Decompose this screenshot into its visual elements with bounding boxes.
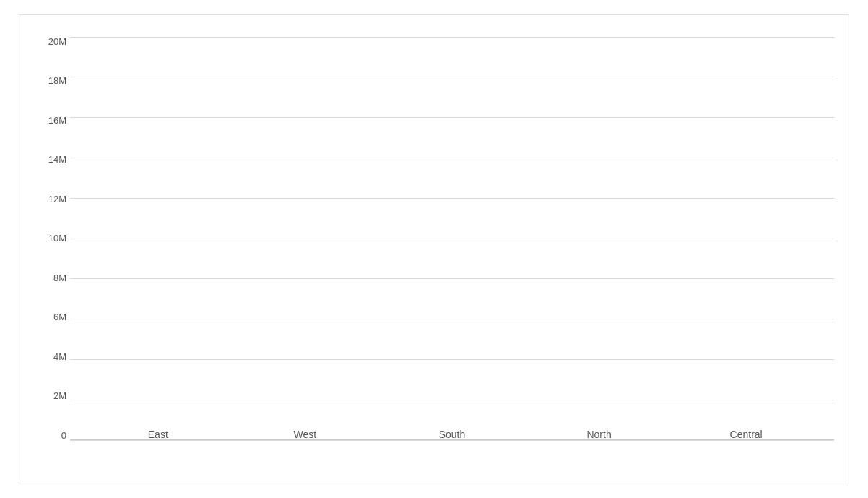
y-axis-label: 6M bbox=[23, 312, 66, 322]
y-axis-label: 10M bbox=[23, 233, 66, 243]
y-axis-label: 12M bbox=[23, 194, 66, 204]
y-axis-label: 2M bbox=[23, 391, 66, 400]
bar-label: South bbox=[439, 429, 466, 440]
y-axis-label: 20M bbox=[23, 37, 66, 46]
y-axis-label: 4M bbox=[23, 352, 66, 361]
y-axis-label: 18M bbox=[23, 76, 66, 85]
bar-label: East bbox=[148, 429, 168, 440]
bar-label: West bbox=[294, 429, 317, 440]
bar-group: South bbox=[378, 423, 526, 440]
bar-label: Central bbox=[730, 429, 763, 440]
bars-area: EastWestSouthNorthCentral bbox=[70, 37, 834, 440]
bar-group: East bbox=[84, 423, 232, 440]
chart-container: 20M18M16M14M12M10M8M6M4M2M0 EastWestSout… bbox=[19, 14, 849, 484]
gridline bbox=[70, 440, 834, 441]
x-axis-line bbox=[70, 439, 834, 440]
bar-label: North bbox=[586, 429, 611, 440]
y-axis-label: 8M bbox=[23, 273, 66, 283]
bar-group: North bbox=[526, 423, 673, 440]
y-axis-label: 0 bbox=[23, 431, 66, 440]
chart-area: 20M18M16M14M12M10M8M6M4M2M0 EastWestSout… bbox=[70, 37, 834, 440]
y-axis-label: 14M bbox=[23, 155, 66, 164]
bar-group: Central bbox=[672, 423, 820, 440]
bar-group: West bbox=[232, 423, 379, 440]
y-axis-label: 16M bbox=[23, 116, 66, 125]
y-axis-labels: 20M18M16M14M12M10M8M6M4M2M0 bbox=[23, 37, 66, 440]
